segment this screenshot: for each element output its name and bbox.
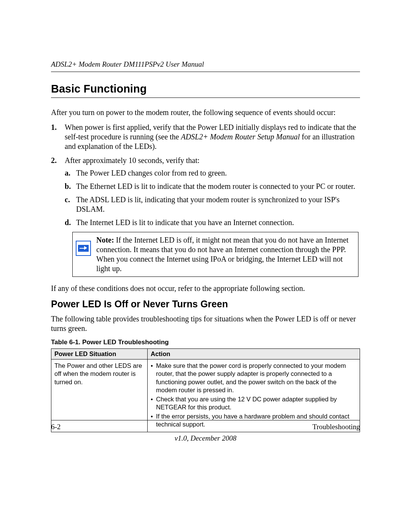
table-header-action: Action bbox=[148, 349, 360, 359]
list-text-part: After approximately 10 seconds, verify t… bbox=[65, 156, 199, 165]
footer-version: v1.0, December 2008 bbox=[51, 434, 360, 443]
note-text: Note: If the Internet LED is off, it mig… bbox=[96, 235, 353, 273]
troubleshooting-table: Power LED Situation Action The Power and… bbox=[51, 348, 360, 432]
list-item: Make sure that the power cord is properl… bbox=[151, 362, 357, 395]
lettered-sublist: The Power LED changes color from red to … bbox=[65, 168, 360, 227]
list-item: Check that you are using the 12 V DC pow… bbox=[151, 395, 357, 412]
table-header-situation: Power LED Situation bbox=[51, 349, 148, 359]
header-rule bbox=[51, 72, 360, 72]
table-caption: Table 6-1. Power LED Troubleshooting bbox=[51, 339, 360, 346]
note-callout: Note: If the Internet LED is off, it mig… bbox=[72, 232, 358, 277]
footer-section-name: Troubleshooting bbox=[312, 423, 360, 431]
note-label: Note: bbox=[96, 236, 114, 244]
action-list: Make sure that the power cord is properl… bbox=[151, 362, 357, 429]
page-footer: 6-2 Troubleshooting v1.0, December 2008 bbox=[51, 420, 360, 443]
note-icon-container bbox=[76, 235, 91, 256]
italic-reference: ADSL2+ Modem Router Setup Manual bbox=[181, 133, 299, 141]
list-item: The Internet LED is lit to indicate that… bbox=[65, 218, 360, 227]
list-item: The Ethernet LED is lit to indicate that… bbox=[65, 182, 360, 191]
numbered-list: When power is first applied, verify that… bbox=[51, 123, 360, 227]
table-header-row: Power LED Situation Action bbox=[51, 349, 360, 359]
section-heading-power-led: Power LED Is Off or Never Turns Green bbox=[51, 299, 360, 310]
arrow-right-icon bbox=[76, 241, 91, 256]
list-item: When power is first applied, verify that… bbox=[51, 123, 360, 151]
note-body: If the Internet LED is off, it might not… bbox=[96, 236, 349, 273]
list-item: The ADSL LED is lit, indicating that you… bbox=[65, 195, 360, 214]
page-number: 6-2 bbox=[51, 423, 61, 431]
footer-rule bbox=[51, 420, 360, 420]
section2-intro: The following table provides troubleshoo… bbox=[51, 314, 360, 333]
list-item: The Power LED changes color from red to … bbox=[65, 168, 360, 178]
document-page: ADSL2+ Modem Router DM111PSPv2 User Manu… bbox=[0, 0, 411, 532]
heading-rule bbox=[51, 97, 360, 98]
intro-paragraph: After you turn on power to the modem rou… bbox=[51, 108, 360, 117]
running-header: ADSL2+ Modem Router DM111PSPv2 User Manu… bbox=[51, 60, 360, 69]
section-heading-basic-functioning: Basic Functioning bbox=[51, 83, 360, 95]
list-item: After approximately 10 seconds, verify t… bbox=[51, 156, 360, 227]
footer-line: 6-2 Troubleshooting bbox=[51, 423, 360, 431]
closing-paragraph: If any of these conditions does not occu… bbox=[51, 284, 360, 293]
